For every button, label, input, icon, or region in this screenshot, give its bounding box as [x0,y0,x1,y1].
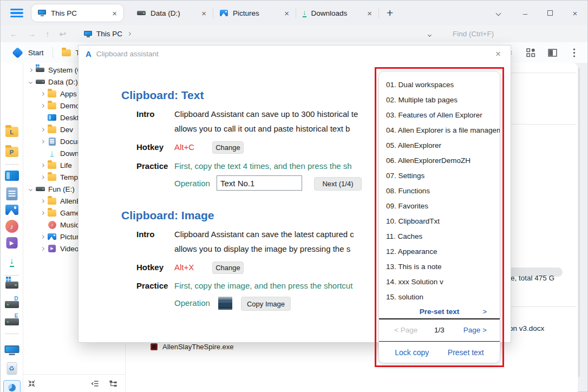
clipboard-item[interactable]: 07. Settings [386,168,500,183]
tab-close-icon[interactable]: × [283,9,290,18]
start-button[interactable]: Start [28,49,44,57]
tab-label: Data (D:) [151,9,200,17]
operation-text-input[interactable] [217,175,302,191]
recycle-bin-icon[interactable]: ♻ [6,362,17,375]
tab-label: This PC [51,9,111,17]
page-indicator: 1/3 [434,326,445,334]
clipboard-item[interactable]: 01. Dual workspaces [386,77,500,92]
disk-analysis-icon[interactable] [3,380,21,392]
clipboard-item[interactable]: 10. ClipboardTxt [386,213,500,228]
minimize-button[interactable]: – [513,1,538,25]
monitor-icon [38,10,46,16]
tab-downloads[interactable]: ↓ Downloads × [296,4,378,22]
clipboard-item[interactable]: 05. AllenExplorer [386,138,500,153]
change-hotkey-button[interactable]: Change [212,262,244,274]
clipboard-history-panel: 01. Dual workspaces 02. Multiple tab pag… [378,71,500,363]
downloads-icon[interactable]: ↓ [10,257,14,267]
find-input[interactable] [453,30,572,38]
music-icon[interactable]: ♪ [5,220,18,233]
drive-d-icon[interactable]: D [5,301,19,308]
more-options-icon[interactable] [566,44,582,61]
clipboard-item[interactable]: 09. Favorites [386,198,500,213]
preset-arrow[interactable]: > [482,308,487,316]
tab-close-icon[interactable]: × [200,9,207,18]
breadcrumb[interactable]: This PC [84,30,130,38]
rail-divider [5,164,19,165]
view-mode-icon[interactable] [522,44,539,61]
clipboard-item[interactable]: 15. solution [386,289,500,304]
pagination-row: < Page 1/3 Page > [379,319,500,341]
preset-text-row: Pre-set text > [379,304,500,318]
this-pc-icon[interactable] [4,345,19,355]
system-drive-icon[interactable] [5,282,18,289]
quick-access-rail: L P ♪ ▶ ↓ D E ♻ ⚙ [1,63,23,392]
file-name: AllenSlayTheSpire.exe [162,343,234,351]
clipboard-item[interactable]: 04. Allen Explorer is a file manageme [386,122,500,138]
desktop-icon[interactable] [5,171,19,181]
page-prev-button[interactable]: < Page [394,326,417,334]
tab-data-d[interactable]: Data (D:) × [130,4,213,22]
breadcrumb-label: This PC [96,30,122,38]
preset-text-button[interactable]: Preset text [448,348,484,357]
clipboard-item[interactable]: 12. Appearance [386,244,500,259]
forward-icon[interactable]: → [23,29,41,38]
tab-pictures[interactable]: Pictures × [213,4,296,22]
document-name-text: on v3.docx [509,324,544,332]
dialog-close-icon[interactable]: × [492,48,504,61]
page-next-button[interactable]: Page > [463,326,487,334]
practice-label: Practice [136,281,168,290]
scrollbar-track[interactable] [578,68,580,377]
clipboard-item[interactable]: 08. Functions [386,183,500,198]
tab-list-chevron-icon[interactable] [486,1,511,25]
preset-text-link[interactable]: Pre-set text [420,308,460,316]
download-icon: ↓ [303,9,306,17]
menu-icon[interactable] [10,6,23,19]
videos-icon[interactable]: ▶ [6,237,17,249]
undo-icon[interactable]: ↩ [55,29,71,39]
clipboard-item[interactable]: 03. Features of Allen Explorer [386,107,500,122]
folder-icon [48,198,56,205]
tab-close-icon[interactable]: × [366,9,373,18]
preview-pane-icon[interactable] [544,44,560,61]
clipboard-item[interactable]: 06. AllenExplorerDemoZH [386,153,500,168]
new-tab-button[interactable]: + [379,6,401,19]
outdent-icon[interactable] [90,380,99,388]
drive-e-icon[interactable]: E [5,318,19,325]
tree-view-icon[interactable] [109,380,117,388]
tab-this-pc[interactable]: This PC × [31,4,124,22]
collapse-all-icon[interactable] [28,380,36,388]
drive-icon [36,187,45,191]
address-dropdown-icon[interactable] [428,30,431,38]
copy-image-button[interactable]: Copy Image [241,297,291,311]
clipboard-item[interactable]: 02. Multiple tab pages [386,92,500,107]
clipboard-item[interactable]: 14. xxx Solution v [386,274,500,289]
folder-l-icon[interactable]: L [5,127,18,137]
change-hotkey-button[interactable]: Change [212,141,244,154]
intro-line-1: Clipboard Assistant can save up to 300 h… [174,109,358,119]
intro-line-1: Clipboard Assistant can save the latest … [174,230,354,239]
documents-icon[interactable] [6,187,17,200]
maximize-button[interactable] [538,1,563,25]
section-heading-text: Clipboard: Text [121,89,204,102]
practice-text: First, copy the image, and then press th… [174,281,352,290]
clipboard-item[interactable]: 11. Caches [386,228,500,244]
file-row[interactable]: AllenSlayTheSpire.exe [151,343,234,351]
lock-copy-button[interactable]: Lock copy [395,348,429,357]
next-button[interactable]: Next (1/4) [314,177,362,191]
folder-p-icon[interactable]: P [5,147,18,157]
up-icon[interactable]: ↑ [41,29,55,38]
back-icon[interactable]: ← [5,29,23,38]
download-icon: ↓ [50,150,54,157]
folder-icon [48,126,56,133]
clipboard-item[interactable]: 13. This is a note [386,259,500,274]
close-button[interactable]: × [563,1,587,25]
system-drive-icon [36,68,44,72]
app-logo-icon: A [86,49,92,58]
pictures-icon[interactable] [5,205,18,215]
hotkey-value: Alt+C [174,142,194,152]
practice-text: First, copy the text 4 times, and then p… [174,161,352,171]
tools-folder-icon [62,49,71,56]
panel-footer: Lock copy Preset text [379,342,500,363]
tab-close-icon[interactable]: × [111,9,118,18]
window-controls: – × [486,1,587,25]
